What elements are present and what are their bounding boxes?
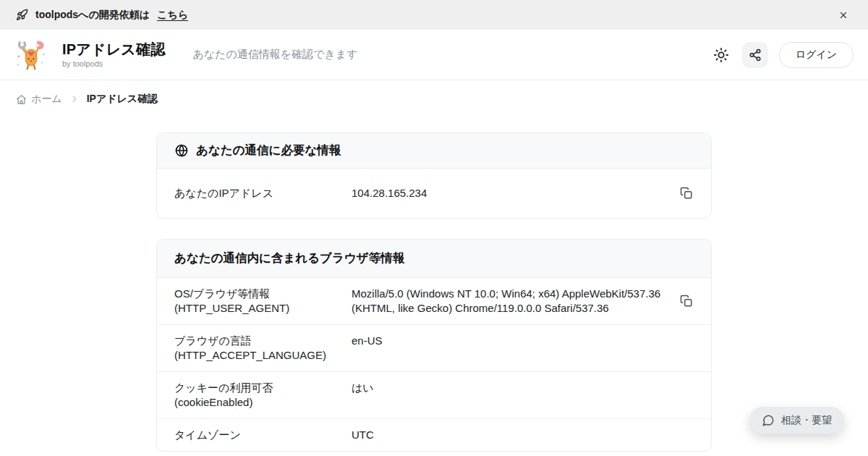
copy-icon [680, 295, 693, 308]
browser-info-card-title: あなたの通信内に含まれるブラウザ等情報 [174, 250, 404, 266]
close-icon [838, 10, 848, 20]
browser-info-card: あなたの通信内に含まれるブラウザ等情報 OS/ブラウザ等情報 (HTTP_USE… [156, 239, 712, 452]
theme-toggle-button[interactable] [711, 45, 731, 65]
header-actions: ログイン [711, 42, 854, 68]
ip-address-value: 104.28.165.234 [352, 186, 694, 200]
share-icon [749, 48, 762, 62]
chat-bubble-icon [762, 414, 775, 427]
ip-info-card-header: あなたの通信に必要な情報 [157, 133, 711, 169]
app-header: IPアドレス確認 by toolpods あなたの通信情報を確認できます ログイ… [0, 30, 868, 80]
home-icon [16, 94, 27, 105]
page-subtitle: あなたの通信情報を確認できます [192, 48, 357, 62]
login-button[interactable]: ログイン [779, 42, 854, 68]
row-label: ブラウザの言語 (HTTP_ACCEPT_LANGUAGE) [174, 334, 352, 363]
chevron-right-icon [69, 94, 80, 104]
table-row: タイムゾーン UTC [157, 418, 711, 451]
main-content: あなたの通信に必要な情報 あなたのIPアドレス 104.28.165.234 あ… [156, 132, 712, 452]
cookie-enabled-value: はい [352, 381, 694, 395]
sun-icon [713, 47, 729, 63]
share-button[interactable] [742, 42, 768, 68]
globe-icon [174, 143, 189, 158]
table-row: OS/ブラウザ等情報 (HTTP_USER_AGENT) Mozilla/5.0… [157, 278, 711, 324]
title-block: IPアドレス確認 by toolpods [62, 41, 165, 68]
page-title: IPアドレス確認 [62, 41, 165, 58]
breadcrumb: ホーム IPアドレス確認 [0, 80, 868, 106]
accept-language-value: en-US [352, 334, 694, 348]
breadcrumb-home[interactable]: ホーム [16, 93, 62, 106]
breadcrumb-home-label: ホーム [31, 93, 62, 106]
promo-banner: toolpodsへの開発依頼は こちら [0, 0, 868, 30]
copy-user-agent-button[interactable] [678, 292, 695, 310]
row-label: タイムゾーン [174, 428, 352, 442]
banner-text: toolpodsへの開発依頼は [35, 9, 150, 22]
banner-close-button[interactable] [835, 7, 852, 24]
toolpods-mascot-logo[interactable] [14, 38, 48, 72]
byline: by toolpods [62, 59, 165, 68]
row-label: クッキーの利用可否 (cookieEnabled) [174, 381, 352, 410]
rocket-icon [16, 9, 28, 21]
feedback-chat-label: 相談・要望 [781, 414, 832, 427]
table-row: ブラウザの言語 (HTTP_ACCEPT_LANGUAGE) en-US [157, 324, 711, 371]
browser-info-card-header: あなたの通信内に含まれるブラウザ等情報 [157, 240, 711, 278]
table-row: クッキーの利用可否 (cookieEnabled) はい [157, 371, 711, 418]
row-label: あなたのIPアドレス [174, 186, 352, 200]
banner-link[interactable]: こちら [157, 9, 188, 22]
feedback-chat-button[interactable]: 相談・要望 [749, 407, 844, 434]
timezone-value: UTC [352, 428, 694, 442]
row-label: OS/ブラウザ等情報 (HTTP_USER_AGENT) [174, 287, 352, 316]
table-row: あなたのIPアドレス 104.28.165.234 [157, 169, 711, 218]
user-agent-value: Mozilla/5.0 (Windows NT 10.0; Win64; x64… [352, 287, 694, 316]
ip-info-card-title: あなたの通信に必要な情報 [196, 143, 341, 159]
copy-ip-button[interactable] [678, 185, 695, 202]
ip-info-card: あなたの通信に必要な情報 あなたのIPアドレス 104.28.165.234 [156, 132, 712, 219]
copy-icon [680, 187, 693, 200]
breadcrumb-current: IPアドレス確認 [87, 93, 158, 106]
